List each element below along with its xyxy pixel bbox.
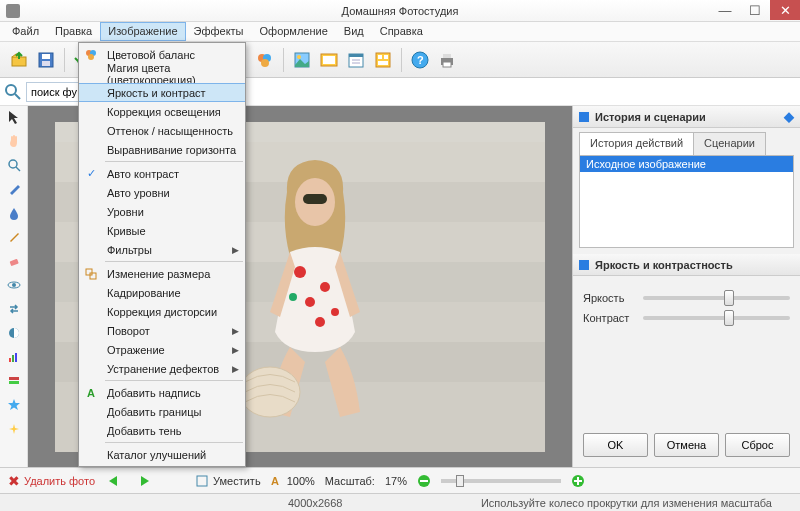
mi-filters[interactable]: Фильтры▶ — [79, 240, 245, 259]
submenu-arrow-icon: ▶ — [232, 245, 239, 255]
mi-brightness-contrast[interactable]: Яркость и контраст — [79, 83, 245, 102]
eye-tool[interactable] — [5, 276, 23, 294]
mi-hue-sat[interactable]: Оттенок / насыщенность — [79, 121, 245, 140]
scale-value: 17% — [385, 475, 407, 487]
svg-rect-2 — [42, 54, 50, 59]
zoom-in-button[interactable] — [571, 474, 585, 488]
brightness-label: Яркость — [583, 292, 643, 304]
minimize-button[interactable]: — — [710, 0, 740, 20]
panel-icon — [579, 260, 589, 270]
mi-color-magic[interactable]: Магия цвета (цветокоррекция) — [79, 64, 245, 83]
delete-icon: ✖ — [8, 473, 20, 489]
window-title: Домашняя Фотостудия — [342, 5, 459, 17]
swap-tool[interactable] — [5, 300, 23, 318]
svg-rect-38 — [12, 355, 14, 362]
reset-button[interactable]: Сброс — [725, 433, 790, 457]
mi-auto-contrast[interactable]: ✓Авто контраст — [79, 164, 245, 183]
mi-auto-levels[interactable]: Авто уровни — [79, 183, 245, 202]
svg-text:A: A — [271, 475, 279, 487]
slider-thumb[interactable] — [724, 310, 734, 326]
zoom-actual-button[interactable]: A100% — [271, 475, 315, 487]
mi-levels[interactable]: Уровни — [79, 202, 245, 221]
menu-decoration[interactable]: Оформление — [252, 22, 336, 41]
mi-horizon[interactable]: Выравнивание горизонта — [79, 140, 245, 159]
menu-effects[interactable]: Эффекты — [186, 22, 252, 41]
contrast-tool[interactable] — [5, 324, 23, 342]
mi-mirror[interactable]: Отражение▶ — [79, 340, 245, 359]
contrast-slider[interactable] — [643, 316, 790, 320]
history-list[interactable]: Исходное изображение — [579, 156, 794, 248]
sparkle-tool[interactable] — [5, 420, 23, 438]
mi-defects[interactable]: Устранение дефектов▶ — [79, 359, 245, 378]
prev-button[interactable] — [105, 474, 125, 488]
brightness-panel-title: Яркость и контрастность — [595, 259, 733, 271]
title-bar: Домашняя Фотостудия — ☐ ✕ — [0, 0, 800, 22]
save-button[interactable] — [33, 47, 59, 73]
mi-add-text[interactable]: AДобавить надпись — [79, 383, 245, 402]
check-icon: ✓ — [84, 167, 98, 181]
print-button[interactable] — [434, 47, 460, 73]
calendar-button[interactable] — [343, 47, 369, 73]
palette-icon — [84, 48, 98, 62]
mi-add-border[interactable]: Добавить границы — [79, 402, 245, 421]
filter-tool[interactable] — [5, 372, 23, 390]
svg-rect-37 — [9, 358, 11, 362]
mi-crop[interactable]: Кадрирование — [79, 283, 245, 302]
slider-thumb[interactable] — [724, 290, 734, 306]
help-button[interactable]: ? — [407, 47, 433, 73]
history-item[interactable]: Исходное изображение — [580, 156, 793, 172]
menu-edit[interactable]: Правка — [47, 22, 100, 41]
drop-tool[interactable] — [5, 204, 23, 222]
pin-icon[interactable]: ◆ — [784, 109, 794, 124]
svg-rect-56 — [90, 273, 96, 279]
frame2-button[interactable] — [316, 47, 342, 73]
open-button[interactable] — [6, 47, 32, 73]
delete-photo-button[interactable]: ✖Удалить фото — [8, 473, 95, 489]
mi-curves[interactable]: Кривые — [79, 221, 245, 240]
panel-icon — [579, 112, 589, 122]
hand-tool[interactable] — [5, 132, 23, 150]
slider-thumb[interactable] — [456, 475, 464, 487]
submenu-arrow-icon: ▶ — [232, 345, 239, 355]
mi-lighting[interactable]: Коррекция освещения — [79, 102, 245, 121]
mi-distortion[interactable]: Коррекция дисторсии — [79, 302, 245, 321]
svg-line-32 — [16, 167, 20, 171]
svg-rect-28 — [443, 62, 451, 67]
svg-point-49 — [289, 293, 297, 301]
svg-rect-63 — [577, 477, 579, 485]
ok-button[interactable]: OK — [583, 433, 648, 457]
fit-button[interactable]: Уместить — [195, 474, 261, 488]
frame1-button[interactable] — [289, 47, 315, 73]
eraser-tool[interactable] — [5, 252, 23, 270]
levels-tool[interactable] — [5, 348, 23, 366]
pencil-tool[interactable] — [5, 228, 23, 246]
mi-rotate[interactable]: Поворот▶ — [79, 321, 245, 340]
tab-scenarios[interactable]: Сценарии — [693, 132, 766, 155]
brightness-slider[interactable] — [643, 296, 790, 300]
collage-button[interactable] — [370, 47, 396, 73]
mi-resize[interactable]: Изменение размера — [79, 264, 245, 283]
zoom-slider[interactable] — [441, 479, 561, 483]
svg-point-48 — [331, 308, 339, 316]
mi-add-shadow[interactable]: Добавить тень — [79, 421, 245, 440]
menu-image[interactable]: Изображение — [100, 22, 185, 41]
tab-history[interactable]: История действий — [579, 132, 694, 155]
brush-tool[interactable] — [5, 180, 23, 198]
zoom-out-button[interactable] — [417, 474, 431, 488]
image-menu-dropdown: Цветовой баланс Магия цвета (цветокоррек… — [78, 42, 246, 467]
next-button[interactable] — [135, 474, 155, 488]
hint-label: Используйте колесо прокрутки для изменен… — [481, 497, 772, 509]
maximize-button[interactable]: ☐ — [740, 0, 770, 20]
pointer-tool[interactable] — [5, 108, 23, 126]
dimensions-label: 4000x2668 — [288, 497, 342, 509]
cancel-button[interactable]: Отмена — [654, 433, 719, 457]
mi-catalog[interactable]: Каталог улучшений — [79, 445, 245, 464]
svg-rect-55 — [86, 269, 92, 275]
menu-file[interactable]: Файл — [4, 22, 47, 41]
close-button[interactable]: ✕ — [770, 0, 800, 20]
menu-view[interactable]: Вид — [336, 22, 372, 41]
effects-button[interactable] — [252, 47, 278, 73]
star-tool[interactable] — [5, 396, 23, 414]
zoom-tool[interactable] — [5, 156, 23, 174]
menu-help[interactable]: Справка — [372, 22, 431, 41]
